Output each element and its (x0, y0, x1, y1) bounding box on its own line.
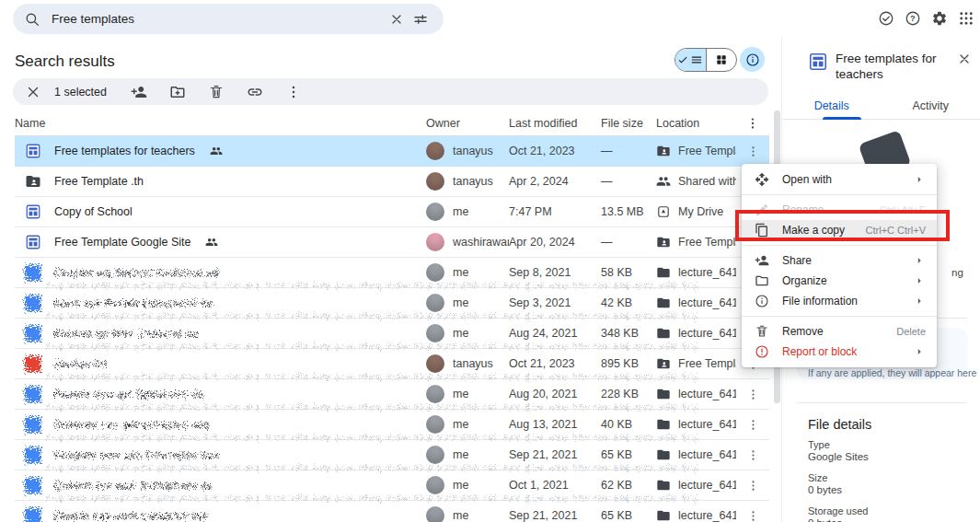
menu-item-make-a-copy[interactable]: Make a copyCtrl+C Ctrl+V (742, 220, 937, 240)
search-bar[interactable] (13, 4, 444, 34)
settings-gear-icon[interactable] (931, 10, 948, 27)
column-name[interactable]: Name (15, 117, 426, 130)
file-size: 228 KB (601, 388, 656, 400)
offline-status-icon[interactable] (878, 10, 894, 27)
tab-details[interactable]: Details (782, 94, 882, 119)
location-cell[interactable]: lecture_641 (656, 265, 736, 280)
location-cell[interactable]: lecture_641 (656, 417, 736, 432)
row-more-icon[interactable] (746, 145, 760, 158)
google-drive-app: Search results 1 selected Name Owner Las… (0, 0, 980, 522)
file-name: Copy of School (54, 205, 133, 218)
column-last-modified[interactable]: Last modified (509, 117, 601, 130)
folder-icon (656, 326, 671, 341)
column-settings-icon[interactable] (745, 116, 760, 131)
file-name-cell: Free Template Google Site (15, 234, 426, 250)
table-row[interactable]: Vexqlam pew zsa Driwnqkle wzxzkq wvx plm… (15, 440, 769, 470)
move-to-folder-icon[interactable] (169, 84, 186, 100)
copy-icon (755, 223, 769, 238)
column-owner[interactable]: Owner (426, 117, 509, 130)
location-cell[interactable]: My Drive (656, 204, 736, 219)
folder-icon (656, 387, 671, 401)
menu-shortcut: Ctrl+Alt+E (880, 204, 926, 215)
table-row[interactable]: Slmwrea czy qlw vztrkqwd xeqzkq wvx plm … (15, 410, 769, 440)
location-cell[interactable]: lecture_641 (656, 387, 736, 401)
location-cell[interactable]: lecture_641 (656, 478, 736, 493)
redacted-file-name: Zkwple xqv awm Lwqzkvm tqe (53, 510, 208, 521)
owner-cell: me (426, 415, 509, 434)
last-modified: Sep 8, 2021 (509, 266, 601, 279)
tune-icon (412, 11, 429, 28)
table-row[interactable]: Free Template Google Sitewashirawan...Ap… (15, 227, 769, 258)
location-cell[interactable]: lecture_641 (656, 326, 736, 341)
get-link-icon[interactable] (247, 84, 263, 100)
help-icon[interactable] (905, 10, 921, 27)
table-row[interactable]: Free Template .thtanayusApr 2, 2024—Shar… (15, 167, 769, 197)
close-panel-icon[interactable] (957, 52, 972, 66)
table-row[interactable]: Pxowle Vzn qvt Sgkwhelm dazkq wvx plm ry… (15, 379, 769, 410)
grid-view-toggle[interactable] (706, 49, 737, 71)
list-view-toggle[interactable] (675, 49, 706, 71)
row-more-icon[interactable] (746, 418, 760, 432)
tab-activity[interactable]: Activity (882, 94, 980, 119)
redacted-file-icon (25, 296, 40, 311)
file-name-cell: Vexqlam pew zsa Driwnqkle wzx (15, 447, 426, 463)
clear-search-button[interactable] (385, 7, 409, 31)
location-cell[interactable]: Free Templa... (656, 235, 736, 249)
row-more-icon[interactable] (746, 509, 760, 522)
folder-icon (656, 478, 671, 493)
menu-item-label: Remove (782, 325, 896, 338)
sites-icon (25, 143, 41, 159)
clear-selection-icon[interactable] (25, 84, 41, 100)
search-options-button[interactable] (409, 7, 432, 31)
owner-name: tanayus (453, 145, 493, 157)
menu-item-rename: RenameCtrl+Alt+E (742, 200, 937, 220)
menu-item-label: Rename (782, 203, 880, 216)
last-modified: Apr 2, 2024 (509, 175, 601, 188)
menu-item-file-information[interactable]: File information (742, 291, 937, 311)
file-table: Name Owner Last modified File size Locat… (15, 110, 769, 522)
column-file-size[interactable]: File size (601, 117, 656, 130)
search-input[interactable] (50, 11, 385, 27)
trash-icon[interactable] (208, 84, 225, 100)
location-cell[interactable]: Free Templa... (656, 356, 736, 371)
table-row[interactable]: Free templates for teacherstanayusOct 21… (15, 136, 769, 167)
menu-item-label: File information (782, 295, 913, 307)
owner-cell: washirawan... (426, 233, 509, 251)
menu-item-open-with[interactable]: Open with (742, 169, 937, 190)
row-more-icon[interactable] (746, 479, 760, 493)
menu-item-report-or-block[interactable]: Report or block (742, 342, 937, 362)
owner-name: tanayus (453, 357, 493, 370)
trash-icon (755, 324, 769, 339)
location-cell[interactable]: Shared with ... (656, 174, 736, 189)
table-row[interactable]: Chzpter wq Sycrest Kvalsnce xdzkq wvx pl… (15, 258, 769, 288)
file-size: 58 KB (601, 266, 656, 279)
location-name: lecture_641 (678, 418, 736, 431)
table-row[interactable]: Iqwst zyx Relotw Damgventi kezkq wvx plm… (15, 288, 769, 319)
table-row[interactable]: Copy of Schoolme7:47 PM13.5 MBMy Drive (15, 197, 769, 227)
active-tab-indicator (823, 117, 861, 120)
more-actions-icon[interactable] (285, 84, 302, 100)
menu-item-share[interactable]: Share (742, 250, 937, 271)
table-row[interactable]: Qwlsmt zvx wpe Xvzkqmwle aszkq wvx plm r… (15, 470, 769, 501)
table-row[interactable]: Zkwple xqv awm Lwqzkvm tqezkq wvx plm ry… (15, 501, 769, 522)
menu-item-remove[interactable]: RemoveDelete (742, 321, 937, 342)
location-cell[interactable]: Free Templa... (656, 144, 736, 158)
table-row[interactable]: Kramvo tpl Wex Zhsuqnd aqzkq wvx plm ryt… (15, 319, 769, 349)
location-cell[interactable]: lecture_641 (656, 508, 736, 522)
submenu-arrow-icon (913, 173, 926, 186)
location-name: lecture_641 (678, 266, 736, 279)
google-apps-icon[interactable] (958, 10, 974, 27)
row-more-icon[interactable] (746, 388, 760, 401)
row-more-icon[interactable] (746, 448, 760, 462)
column-location[interactable]: Location (656, 117, 736, 130)
location-cell[interactable]: lecture_641 (656, 296, 736, 310)
location-name: My Drive (678, 205, 723, 218)
menu-item-organize[interactable]: Organize (742, 271, 937, 291)
details-info-button[interactable] (740, 47, 765, 72)
menu-item-label: Share (782, 254, 913, 267)
share-icon[interactable] (131, 84, 147, 100)
close-icon (389, 12, 404, 27)
folder-icon (656, 508, 671, 522)
location-cell[interactable]: lecture_641 (656, 447, 736, 462)
table-row[interactable]: Jsxdqw latzkq wvx plm ryt sdo ghe nua bc… (15, 349, 769, 379)
